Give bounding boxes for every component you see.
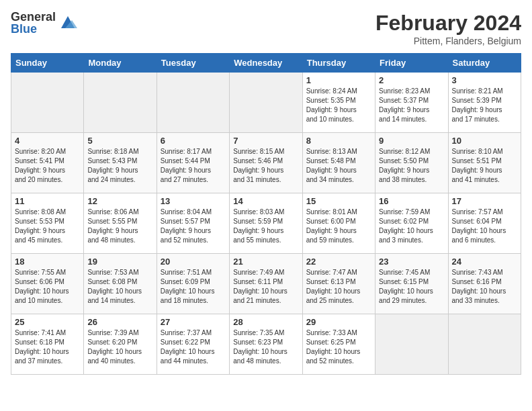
day-info: Sunrise: 7:37 AM Sunset: 6:22 PM Dayligh… bbox=[161, 328, 226, 366]
calendar-cell bbox=[230, 73, 302, 133]
day-info: Sunrise: 7:59 AM Sunset: 6:02 PM Dayligh… bbox=[379, 208, 444, 245]
day-info: Sunrise: 7:49 AM Sunset: 6:11 PM Dayligh… bbox=[233, 268, 298, 306]
day-number: 12 bbox=[87, 196, 152, 206]
location: Pittem, Flanders, Belgium bbox=[375, 36, 521, 46]
day-info: Sunrise: 8:15 AM Sunset: 5:46 PM Dayligh… bbox=[233, 147, 298, 185]
day-info: Sunrise: 7:47 AM Sunset: 6:13 PM Dayligh… bbox=[306, 268, 371, 306]
logo: General Blue bbox=[11, 11, 77, 35]
day-info: Sunrise: 8:01 AM Sunset: 6:00 PM Dayligh… bbox=[306, 208, 371, 245]
day-number: 19 bbox=[87, 257, 152, 267]
day-info: Sunrise: 8:18 AM Sunset: 5:43 PM Dayligh… bbox=[87, 147, 152, 185]
day-number: 6 bbox=[161, 136, 226, 146]
calendar-cell bbox=[375, 314, 448, 375]
day-info: Sunrise: 8:17 AM Sunset: 5:44 PM Dayligh… bbox=[161, 147, 226, 185]
week-row-5: 25Sunrise: 7:41 AM Sunset: 6:18 PM Dayli… bbox=[11, 314, 521, 375]
day-number: 14 bbox=[233, 196, 298, 206]
calendar-cell: 22Sunrise: 7:47 AM Sunset: 6:13 PM Dayli… bbox=[302, 254, 375, 314]
calendar-cell: 7Sunrise: 8:15 AM Sunset: 5:46 PM Daylig… bbox=[230, 133, 302, 193]
day-number: 11 bbox=[15, 196, 80, 206]
column-header-wednesday: Wednesday bbox=[230, 54, 302, 73]
day-info: Sunrise: 8:21 AM Sunset: 5:39 PM Dayligh… bbox=[452, 87, 517, 124]
calendar-cell: 23Sunrise: 7:45 AM Sunset: 6:15 PM Dayli… bbox=[375, 254, 448, 314]
day-number: 23 bbox=[379, 257, 444, 267]
day-info: Sunrise: 8:10 AM Sunset: 5:51 PM Dayligh… bbox=[452, 147, 517, 185]
day-info: Sunrise: 7:39 AM Sunset: 6:20 PM Dayligh… bbox=[87, 328, 152, 366]
calendar-table: SundayMondayTuesdayWednesdayThursdayFrid… bbox=[11, 53, 521, 375]
day-info: Sunrise: 8:13 AM Sunset: 5:48 PM Dayligh… bbox=[306, 147, 371, 185]
column-header-saturday: Saturday bbox=[448, 54, 521, 73]
day-number: 20 bbox=[161, 257, 226, 267]
calendar-cell: 4Sunrise: 8:20 AM Sunset: 5:41 PM Daylig… bbox=[11, 133, 84, 193]
day-info: Sunrise: 7:33 AM Sunset: 6:25 PM Dayligh… bbox=[306, 328, 371, 366]
column-header-monday: Monday bbox=[84, 54, 157, 73]
day-info: Sunrise: 8:04 AM Sunset: 5:57 PM Dayligh… bbox=[161, 208, 226, 245]
day-number: 9 bbox=[379, 136, 444, 146]
calendar-cell: 13Sunrise: 8:04 AM Sunset: 5:57 PM Dayli… bbox=[157, 193, 229, 254]
column-header-thursday: Thursday bbox=[302, 54, 375, 73]
calendar-cell: 17Sunrise: 7:57 AM Sunset: 6:04 PM Dayli… bbox=[448, 193, 521, 254]
day-info: Sunrise: 7:43 AM Sunset: 6:16 PM Dayligh… bbox=[452, 268, 517, 306]
calendar-cell: 26Sunrise: 7:39 AM Sunset: 6:20 PM Dayli… bbox=[84, 314, 157, 375]
day-number: 25 bbox=[15, 317, 80, 327]
week-row-2: 4Sunrise: 8:20 AM Sunset: 5:41 PM Daylig… bbox=[11, 133, 521, 193]
calendar-cell: 3Sunrise: 8:21 AM Sunset: 5:39 PM Daylig… bbox=[448, 73, 521, 133]
day-number: 21 bbox=[233, 257, 298, 267]
column-header-friday: Friday bbox=[375, 54, 448, 73]
calendar-cell: 2Sunrise: 8:23 AM Sunset: 5:37 PM Daylig… bbox=[375, 73, 448, 133]
calendar-cell: 5Sunrise: 8:18 AM Sunset: 5:43 PM Daylig… bbox=[84, 133, 157, 193]
title-block: February 2024 Pittem, Flanders, Belgium bbox=[375, 11, 521, 46]
day-info: Sunrise: 8:12 AM Sunset: 5:50 PM Dayligh… bbox=[379, 147, 444, 185]
day-info: Sunrise: 7:45 AM Sunset: 6:15 PM Dayligh… bbox=[379, 268, 444, 306]
day-info: Sunrise: 8:03 AM Sunset: 5:59 PM Dayligh… bbox=[233, 208, 298, 245]
day-number: 3 bbox=[452, 75, 517, 85]
day-info: Sunrise: 8:06 AM Sunset: 5:55 PM Dayligh… bbox=[87, 208, 152, 245]
day-number: 26 bbox=[87, 317, 152, 327]
day-number: 15 bbox=[306, 196, 371, 206]
calendar-cell: 20Sunrise: 7:51 AM Sunset: 6:09 PM Dayli… bbox=[157, 254, 229, 314]
logo-blue-text: Blue bbox=[11, 23, 56, 35]
calendar-cell: 29Sunrise: 7:33 AM Sunset: 6:25 PM Dayli… bbox=[302, 314, 375, 375]
calendar-cell: 10Sunrise: 8:10 AM Sunset: 5:51 PM Dayli… bbox=[448, 133, 521, 193]
calendar-cell bbox=[11, 73, 84, 133]
day-number: 5 bbox=[87, 136, 152, 146]
day-headers-row: SundayMondayTuesdayWednesdayThursdayFrid… bbox=[11, 54, 521, 73]
day-number: 8 bbox=[306, 136, 371, 146]
day-info: Sunrise: 7:57 AM Sunset: 6:04 PM Dayligh… bbox=[452, 208, 517, 245]
calendar-cell: 28Sunrise: 7:35 AM Sunset: 6:23 PM Dayli… bbox=[230, 314, 302, 375]
day-info: Sunrise: 7:55 AM Sunset: 6:06 PM Dayligh… bbox=[15, 268, 80, 306]
day-info: Sunrise: 7:53 AM Sunset: 6:08 PM Dayligh… bbox=[87, 268, 152, 306]
calendar-cell: 12Sunrise: 8:06 AM Sunset: 5:55 PM Dayli… bbox=[84, 193, 157, 254]
day-number: 2 bbox=[379, 75, 444, 85]
calendar-cell: 16Sunrise: 7:59 AM Sunset: 6:02 PM Dayli… bbox=[375, 193, 448, 254]
column-header-sunday: Sunday bbox=[11, 54, 84, 73]
page-header: General Blue February 2024 Pittem, Fland… bbox=[11, 11, 521, 46]
calendar-cell: 9Sunrise: 8:12 AM Sunset: 5:50 PM Daylig… bbox=[375, 133, 448, 193]
day-info: Sunrise: 8:08 AM Sunset: 5:53 PM Dayligh… bbox=[15, 208, 80, 245]
day-number: 7 bbox=[233, 136, 298, 146]
calendar-cell bbox=[448, 314, 521, 375]
calendar-cell: 14Sunrise: 8:03 AM Sunset: 5:59 PM Dayli… bbox=[230, 193, 302, 254]
calendar-cell bbox=[84, 73, 157, 133]
day-number: 1 bbox=[306, 75, 371, 85]
day-number: 27 bbox=[161, 317, 226, 327]
calendar-cell: 19Sunrise: 7:53 AM Sunset: 6:08 PM Dayli… bbox=[84, 254, 157, 314]
day-number: 17 bbox=[452, 196, 517, 206]
day-number: 10 bbox=[452, 136, 517, 146]
week-row-3: 11Sunrise: 8:08 AM Sunset: 5:53 PM Dayli… bbox=[11, 193, 521, 254]
day-info: Sunrise: 7:41 AM Sunset: 6:18 PM Dayligh… bbox=[15, 328, 80, 366]
week-row-4: 18Sunrise: 7:55 AM Sunset: 6:06 PM Dayli… bbox=[11, 254, 521, 314]
calendar-cell bbox=[157, 73, 229, 133]
day-number: 4 bbox=[15, 136, 80, 146]
calendar-cell: 25Sunrise: 7:41 AM Sunset: 6:18 PM Dayli… bbox=[11, 314, 84, 375]
calendar-cell: 11Sunrise: 8:08 AM Sunset: 5:53 PM Dayli… bbox=[11, 193, 84, 254]
day-info: Sunrise: 8:23 AM Sunset: 5:37 PM Dayligh… bbox=[379, 87, 444, 124]
month-title: February 2024 bbox=[375, 11, 521, 36]
logo-general-text: General bbox=[11, 11, 56, 23]
calendar-cell: 24Sunrise: 7:43 AM Sunset: 6:16 PM Dayli… bbox=[448, 254, 521, 314]
calendar-cell: 15Sunrise: 8:01 AM Sunset: 6:00 PM Dayli… bbox=[302, 193, 375, 254]
day-info: Sunrise: 8:24 AM Sunset: 5:35 PM Dayligh… bbox=[306, 87, 371, 124]
calendar-cell: 21Sunrise: 7:49 AM Sunset: 6:11 PM Dayli… bbox=[230, 254, 302, 314]
calendar-cell: 8Sunrise: 8:13 AM Sunset: 5:48 PM Daylig… bbox=[302, 133, 375, 193]
calendar-cell: 6Sunrise: 8:17 AM Sunset: 5:44 PM Daylig… bbox=[157, 133, 229, 193]
day-number: 18 bbox=[15, 257, 80, 267]
